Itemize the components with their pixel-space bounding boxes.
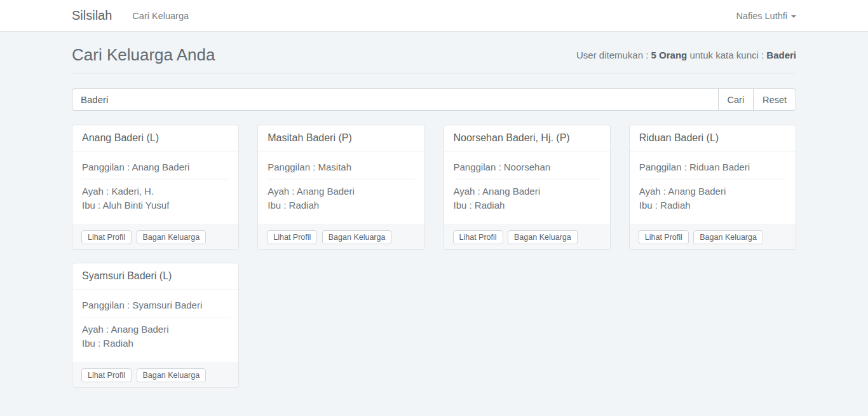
- person-card-footer: Lihat Profil Bagan Keluarga: [444, 225, 610, 249]
- person-card-body: Panggilan : Anang Baderi Ayah : Kaderi, …: [72, 151, 238, 225]
- results-grid: Anang Baderi (L) Panggilan : Anang Bader…: [72, 125, 796, 413]
- person-nickname: Panggilan : Syamsuri Baderi: [82, 298, 229, 312]
- divider: [454, 179, 600, 179]
- search-reset-button[interactable]: Reset: [753, 88, 796, 111]
- person-nickname: Panggilan : Noorsehan: [454, 160, 600, 174]
- person-card: Noorsehan Baderi, Hj. (P) Panggilan : No…: [444, 125, 611, 250]
- person-card-footer: Lihat Profil Bagan Keluarga: [72, 225, 238, 249]
- result-keyword: Baderi: [766, 50, 796, 60]
- caret-down-icon: [791, 15, 796, 18]
- family-chart-button[interactable]: Bagan Keluarga: [693, 230, 763, 244]
- person-card-footer: Lihat Profil Bagan Keluarga: [258, 225, 424, 249]
- main-content: Cari Keluarga Anda User ditemukan : 5 Or…: [0, 32, 868, 413]
- search-submit-button[interactable]: Cari: [718, 88, 754, 111]
- view-profile-button[interactable]: Lihat Profil: [453, 230, 503, 244]
- person-card-title: Anang Baderi (L): [72, 125, 238, 151]
- person-card: Syamsuri Baderi (L) Panggilan : Syamsuri…: [72, 263, 239, 388]
- person-card-body: Panggilan : Syamsuri Baderi Ayah : Anang…: [72, 289, 238, 363]
- person-card-body: Panggilan : Noorsehan Ayah : Anang Bader…: [444, 151, 610, 225]
- person-nickname: Panggilan : Masitah: [268, 160, 414, 174]
- user-menu-label: Nafies Luthfi: [736, 11, 787, 21]
- person-nickname: Panggilan : Riduan Baderi: [639, 160, 786, 174]
- view-profile-button[interactable]: Lihat Profil: [267, 230, 317, 244]
- family-chart-button[interactable]: Bagan Keluarga: [137, 368, 207, 382]
- page-header: Cari Keluarga Anda User ditemukan : 5 Or…: [72, 45, 796, 74]
- person-father: Ayah : Kaderi, H.: [82, 184, 229, 198]
- view-profile-button[interactable]: Lihat Profil: [81, 368, 132, 382]
- result-summary-middle: untuk kata kunci :: [687, 50, 766, 60]
- user-menu-dropdown[interactable]: Nafies Luthfi: [736, 11, 796, 21]
- divider: [82, 179, 229, 179]
- person-father: Ayah : Anang Baderi: [82, 322, 229, 336]
- person-nickname: Panggilan : Anang Baderi: [82, 160, 229, 174]
- result-summary: User ditemukan : 5 Orang untuk kata kunc…: [576, 50, 796, 60]
- page-title: Cari Keluarga Anda: [72, 45, 215, 65]
- person-mother: Ibu : Aluh Binti Yusuf: [82, 198, 229, 212]
- divider: [82, 317, 229, 317]
- search-form: Cari Reset: [72, 88, 796, 111]
- person-mother: Ibu : Radiah: [82, 336, 229, 350]
- person-card: Anang Baderi (L) Panggilan : Anang Bader…: [72, 125, 239, 250]
- person-mother: Ibu : Radiah: [268, 198, 414, 212]
- divider: [639, 179, 786, 179]
- person-father: Ayah : Anang Baderi: [268, 184, 414, 198]
- divider: [268, 179, 414, 179]
- person-card: Masitah Baderi (P) Panggilan : Masitah A…: [257, 125, 424, 250]
- navbar: Silsilah Cari Keluarga Nafies Luthfi: [0, 0, 868, 32]
- family-chart-button[interactable]: Bagan Keluarga: [508, 230, 578, 244]
- family-chart-button[interactable]: Bagan Keluarga: [137, 230, 207, 244]
- person-mother: Ibu : Radiah: [639, 198, 786, 212]
- person-father: Ayah : Anang Baderi: [639, 184, 786, 198]
- person-mother: Ibu : Radiah: [454, 198, 600, 212]
- nav-link-cari-keluarga[interactable]: Cari Keluarga: [132, 11, 189, 21]
- result-summary-prefix: User ditemukan :: [576, 50, 651, 60]
- view-profile-button[interactable]: Lihat Profil: [639, 230, 689, 244]
- result-count: 5 Orang: [651, 50, 688, 60]
- search-input[interactable]: [72, 88, 719, 111]
- person-card-title: Noorsehan Baderi, Hj. (P): [444, 125, 610, 151]
- view-profile-button[interactable]: Lihat Profil: [81, 230, 132, 244]
- person-card-body: Panggilan : Masitah Ayah : Anang Baderi …: [258, 151, 424, 225]
- person-card-footer: Lihat Profil Bagan Keluarga: [630, 225, 796, 249]
- person-card: Riduan Baderi (L) Panggilan : Riduan Bad…: [629, 125, 796, 250]
- person-card-body: Panggilan : Riduan Baderi Ayah : Anang B…: [630, 151, 796, 225]
- person-father: Ayah : Anang Baderi: [454, 184, 600, 198]
- person-card-title: Syamsuri Baderi (L): [72, 263, 238, 289]
- person-card-footer: Lihat Profil Bagan Keluarga: [72, 363, 238, 387]
- brand-link[interactable]: Silsilah: [72, 8, 112, 23]
- person-card-title: Masitah Baderi (P): [258, 125, 424, 151]
- navbar-inner: Silsilah Cari Keluarga Nafies Luthfi: [72, 0, 796, 31]
- family-chart-button[interactable]: Bagan Keluarga: [322, 230, 392, 244]
- person-card-title: Riduan Baderi (L): [630, 125, 796, 151]
